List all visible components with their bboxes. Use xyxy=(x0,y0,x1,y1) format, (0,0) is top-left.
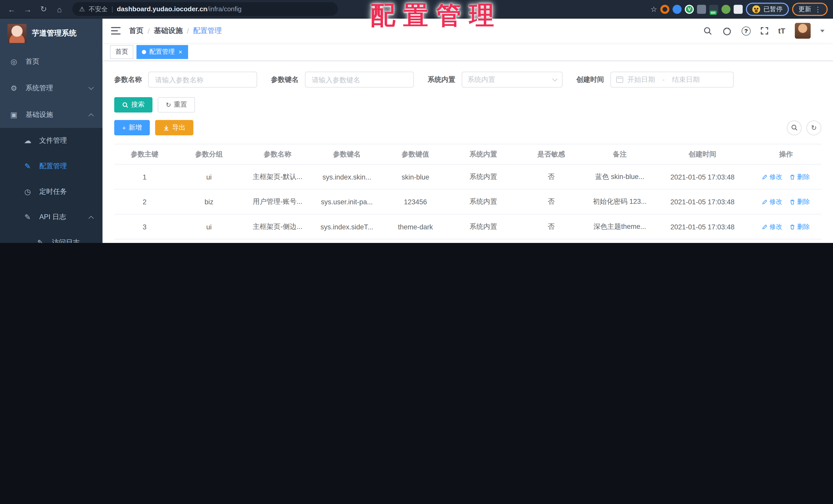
insecure-warning-icon: ⚠ xyxy=(79,5,85,13)
table-body: 1 ui 主框架页-默认... sys.index.skin... skin-b… xyxy=(114,164,821,243)
col-sensitive: 是否敏感 xyxy=(517,144,585,165)
col-param-group: 参数分组 xyxy=(175,144,243,165)
sidebar-item-access-logs[interactable]: ✎ 访问日志 xyxy=(0,230,103,243)
browser-back-icon[interactable]: ← xyxy=(5,3,18,15)
chevron-down-icon xyxy=(552,76,557,81)
bookmark-star-icon[interactable]: ☆ xyxy=(650,5,657,13)
breadcrumb-home[interactable]: 首页 xyxy=(129,26,143,35)
infrastructure-icon: ▣ xyxy=(9,110,18,119)
table-row: 1 ui 主框架页-默认... sys.index.skin... skin-b… xyxy=(114,164,821,189)
search-button[interactable]: 搜索 xyxy=(114,97,152,112)
avatar-caret-icon[interactable] xyxy=(820,29,825,32)
reset-button[interactable]: ↻ 重置 xyxy=(158,97,195,112)
gear-icon: ⚙ xyxy=(9,84,18,92)
param-name-input[interactable] xyxy=(148,72,257,87)
sidebar-toggle-icon[interactable] xyxy=(111,27,121,34)
address-bar[interactable]: ⚠ 不安全 | dashboard.yudao.iocoder.cn/infra… xyxy=(72,2,338,16)
app-logo-row[interactable]: 芋道管理系统 xyxy=(0,19,103,48)
extension-switch-icon[interactable]: on xyxy=(709,5,718,14)
param-key-input[interactable] xyxy=(305,72,414,87)
fullscreen-icon[interactable] xyxy=(760,27,768,35)
col-param-key: 参数键名 xyxy=(312,144,382,165)
builtin-label: 系统内置 xyxy=(428,75,455,84)
edit-row-button[interactable]: 修改 xyxy=(762,197,782,206)
timer-icon: ◷ xyxy=(23,187,32,196)
profile-paused-badge[interactable]: 已暂停 xyxy=(746,2,789,16)
refresh-icon: ↻ xyxy=(166,102,171,108)
browser-reload-icon[interactable]: ↻ xyxy=(37,3,50,15)
tag-home[interactable]: 首页 xyxy=(110,45,133,58)
col-remark: 备注 xyxy=(585,144,654,165)
sidebar-item-config-management[interactable]: ✎ 配置管理 xyxy=(0,153,103,179)
date-start-placeholder: 开始日期 xyxy=(627,75,655,84)
browser-home-icon[interactable]: ⌂ xyxy=(53,3,66,15)
extension-orange-ring-icon[interactable] xyxy=(660,5,669,14)
col-param-id: 参数主键 xyxy=(114,144,175,165)
chrome-update-badge[interactable]: 更新 ⋮ xyxy=(792,2,828,16)
plus-icon: + xyxy=(122,125,126,131)
insecure-label: 不安全 xyxy=(89,5,108,14)
col-builtin: 系统内置 xyxy=(449,144,517,165)
calendar-icon xyxy=(616,76,623,83)
url-path: /infra/config xyxy=(207,5,242,13)
help-icon[interactable]: ? xyxy=(741,26,750,35)
extension-green-leaf-icon[interactable] xyxy=(721,5,730,14)
cloud-upload-icon: ☁ xyxy=(23,136,32,145)
browser-menu-kebab-icon[interactable]: ⋮ xyxy=(814,5,821,13)
infrastructure-submenu: ☁ 文件管理 ✎ 配置管理 ◷ 定时任务 ✎ API 日志 ✎ xyxy=(0,128,103,243)
extension-green-v-icon[interactable]: V xyxy=(685,5,694,14)
edit-row-button[interactable]: 修改 xyxy=(762,172,782,181)
sidebar-item-scheduled-tasks[interactable]: ◷ 定时任务 xyxy=(0,179,103,205)
github-icon[interactable] xyxy=(722,26,732,36)
hide-search-circle-button[interactable] xyxy=(787,120,802,135)
refresh-circle-button[interactable]: ↻ xyxy=(806,120,821,135)
breadcrumb-separator: / xyxy=(148,27,150,35)
date-range-picker[interactable]: 开始日期 - 结束日期 xyxy=(610,72,734,87)
table-actions-row: + 新增 导出 ↻ xyxy=(114,120,821,135)
extension-blue-pin-icon[interactable] xyxy=(672,5,682,14)
sidebar-item-infrastructure[interactable]: ▣ 基础设施 xyxy=(0,101,103,128)
edit-row-button[interactable]: 修改 xyxy=(762,222,782,231)
date-range-separator: - xyxy=(663,76,665,83)
sidebar-item-api-logs[interactable]: ✎ API 日志 xyxy=(0,204,103,230)
export-button[interactable]: 导出 xyxy=(155,120,193,135)
font-size-icon[interactable]: tT xyxy=(778,27,785,35)
search-icon xyxy=(122,102,128,108)
col-param-name: 参数名称 xyxy=(243,144,312,165)
avatar[interactable] xyxy=(795,23,811,39)
chevron-up-icon xyxy=(89,216,94,221)
search-icon[interactable] xyxy=(703,26,712,35)
sidebar-item-system-management[interactable]: ⚙ 系统管理 xyxy=(0,75,103,102)
param-key-label: 参数键名 xyxy=(271,75,299,84)
search-actions-row: 搜索 ↻ 重置 xyxy=(114,97,821,112)
delete-row-button[interactable]: 删除 xyxy=(790,222,810,231)
page-content: 参数名称 参数键名 系统内置 系统内置 xyxy=(103,61,833,243)
browser-forward-icon[interactable]: → xyxy=(21,3,34,15)
app-title: 芋道管理系统 xyxy=(32,29,76,38)
close-icon[interactable]: × xyxy=(178,48,183,55)
extensions-puzzle-icon[interactable] xyxy=(734,5,743,14)
sidebar-item-file-management[interactable]: ☁ 文件管理 xyxy=(0,128,103,153)
breadcrumb-current: 配置管理 xyxy=(193,26,222,35)
col-operations: 操作 xyxy=(751,144,821,165)
builtin-select[interactable]: 系统内置 xyxy=(462,72,563,87)
log-edit-icon: ✎ xyxy=(23,213,32,221)
chevron-down-icon xyxy=(89,84,94,90)
table-row: 4 1 xxx demo.test 10 自定义 否 5 2021-01-19 … xyxy=(114,239,821,243)
tag-config-management[interactable]: 配置管理 × xyxy=(137,45,188,58)
sidebar-item-home[interactable]: ◎ 首页 xyxy=(0,48,103,75)
profile-emoji-icon xyxy=(752,5,760,13)
edit-icon: ✎ xyxy=(23,162,32,170)
page-title-overlay: 配置管理 xyxy=(370,0,502,32)
breadcrumb-infrastructure[interactable]: 基础设施 xyxy=(154,26,183,35)
filter-form: 参数名称 参数键名 系统内置 系统内置 xyxy=(114,72,821,90)
col-param-value: 参数键值 xyxy=(382,144,449,165)
add-button[interactable]: + 新增 xyxy=(114,120,150,135)
extension-grid-icon[interactable] xyxy=(697,5,706,14)
dashboard-icon: ◎ xyxy=(9,57,18,66)
active-tag-dot xyxy=(142,50,146,54)
delete-row-button[interactable]: 删除 xyxy=(790,172,810,181)
chevron-up-icon xyxy=(89,113,94,118)
download-icon xyxy=(163,125,169,131)
delete-row-button[interactable]: 删除 xyxy=(790,197,810,206)
